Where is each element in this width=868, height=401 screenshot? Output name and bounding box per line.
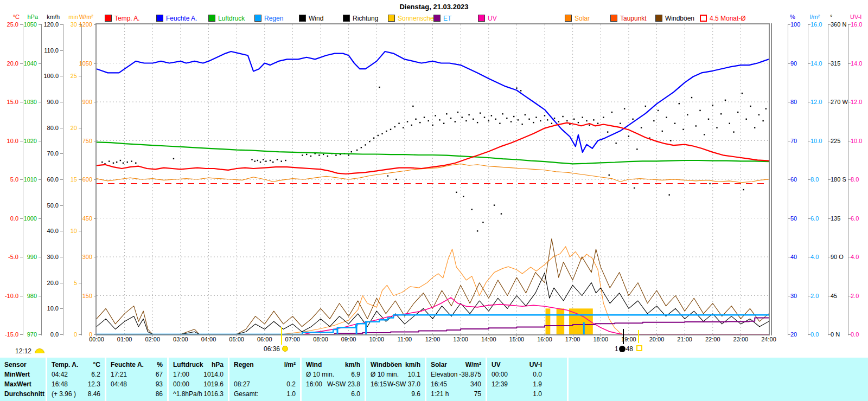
series-richtung-dots [554, 118, 555, 119]
legend-item-wind: Wind [299, 15, 323, 22]
table-cell: Ø 10 min. [366, 370, 399, 379]
axis-tick [60, 308, 63, 309]
legend-swatch-icon [299, 15, 306, 22]
legend-item-sonnenschein: Sonnenschein [388, 15, 439, 22]
legend-label: 4.5 Monat-Ø [710, 15, 746, 22]
axis-tick-label: 750 [63, 138, 92, 144]
table-cell: 12.3 [88, 379, 105, 389]
sunset-time-part1: 1 [615, 345, 618, 353]
axis-tick [60, 153, 63, 154]
table-cell: Gesamt: [229, 389, 258, 399]
table-cell: 17:00 [169, 370, 189, 379]
axis-tick-label: 6.0 [810, 215, 819, 222]
legend-label: UV [488, 15, 497, 22]
series-richtung-dots [495, 119, 496, 120]
series-richtung-dots [491, 115, 492, 116]
axis-tick-label: 25 [48, 73, 77, 79]
legend-item-taupunkt: Taupunkt [610, 15, 647, 22]
table-cell: (+ 3.96 ) [47, 389, 76, 399]
axis-tick-label: 90.0 [29, 99, 59, 105]
series-richtung-dots [518, 119, 519, 120]
series-richtung-dots [455, 121, 456, 122]
table-cell: °C [93, 360, 105, 370]
plot-area[interactable] [97, 24, 769, 334]
axis-tick-label: 1040 [8, 60, 37, 67]
table-cell: Luftdruck [169, 360, 203, 370]
table-cell [487, 389, 492, 399]
table-cell [41, 360, 46, 370]
series-richtung-dots [699, 110, 700, 111]
axis-tick-label: 5 [48, 280, 77, 286]
series-richtung-dots [632, 119, 633, 120]
sunrise-time: 06:36 [264, 345, 280, 353]
statistics-table: SensorMinWertMaxWertDurchschnittTemp. A.… [0, 358, 868, 401]
series-richtung-dots [471, 209, 473, 210]
series-richtung-dots [547, 119, 548, 120]
series-richtung-dots [607, 131, 608, 132]
series-richtung-dots [131, 160, 132, 161]
axis-tick-label: 360 N [831, 21, 846, 28]
x-tick-label: 00:00 [85, 336, 108, 342]
axis-tick-label: 10.0 [29, 305, 59, 312]
table-cell: 08:27 [229, 379, 250, 389]
axis-tick-label: 0.0 [851, 331, 859, 338]
moon-icon [619, 346, 626, 352]
series-richtung-dots [456, 192, 457, 193]
x-tick-label: 10:00 [365, 336, 388, 342]
table-cell: Elevation [426, 370, 457, 379]
sunset-annotation: 148 [615, 345, 642, 353]
series-richtung-dots [746, 119, 747, 120]
series-richtung-dots [443, 123, 444, 124]
axis-tick-label: 1050 [63, 60, 92, 67]
axis-tick-label: 1020 [8, 138, 37, 144]
table-cell: 17:21 [106, 370, 127, 379]
weather-station-day-view: Dienstag, 21.03.2023 Temp. A.Feuchte A.L… [0, 0, 868, 401]
legend-swatch-icon [105, 15, 112, 22]
legend-item-et: ET [433, 15, 451, 22]
table-cell: 00:00 [487, 370, 508, 379]
series-richtung-dots [398, 123, 399, 124]
axis-tick-label: 40 [790, 254, 797, 260]
x-tick-label: 21:00 [673, 336, 697, 342]
axis-tick-label: 90 [790, 60, 797, 67]
legend-swatch-icon [610, 15, 617, 22]
legend-item-windb-en: Windböen [655, 15, 694, 22]
series-richtung-dots [477, 122, 478, 123]
series-regen-marks [583, 322, 585, 334]
x-tick-label: 20:00 [645, 336, 669, 342]
x-tick-label: 18:00 [589, 336, 612, 342]
table-cell: 6.2 [91, 370, 105, 379]
axis-tick-label: 16.0 [851, 21, 862, 28]
axis-tick-label: 10.0 [851, 138, 862, 144]
axis-tick-label: 315 [831, 60, 840, 67]
table-cell: 1.0 [533, 389, 567, 399]
table-cell: Feuchte A. [106, 360, 144, 370]
half-sun-icon [35, 348, 44, 353]
series-richtung-dots [502, 113, 503, 114]
legend-label: Feuchte A. [166, 15, 197, 22]
x-tick-label: 11:00 [393, 336, 417, 342]
series-richtung-dots [113, 163, 114, 164]
series-uv [97, 297, 769, 334]
axis-tick-label: 50.0 [29, 202, 59, 209]
series-richtung-dots [506, 118, 507, 119]
table-column-uv: UVUV-I00:000.012:391.91.0 [486, 358, 567, 401]
series-richtung-dots [351, 151, 352, 152]
series-richtung-dots [272, 161, 273, 163]
x-tick-label: 06:00 [253, 336, 277, 342]
x-tick-label: 09:00 [337, 336, 361, 342]
series-richtung-dots [679, 103, 680, 104]
axis-tick [60, 50, 63, 51]
series-richtung-dots [281, 160, 282, 161]
table-cell: 0.2 [286, 379, 300, 389]
legend-swatch-icon [343, 15, 350, 22]
x-tick [292, 334, 293, 337]
axis-tick [39, 63, 41, 64]
table-cell [296, 370, 300, 379]
series-richtung-dots [439, 119, 440, 120]
axis-tick-label: 80 [790, 99, 797, 105]
series-richtung-dots [369, 141, 370, 142]
axis-tick [79, 76, 81, 76]
x-tick [516, 334, 517, 337]
series-richtung-dots [120, 160, 121, 161]
